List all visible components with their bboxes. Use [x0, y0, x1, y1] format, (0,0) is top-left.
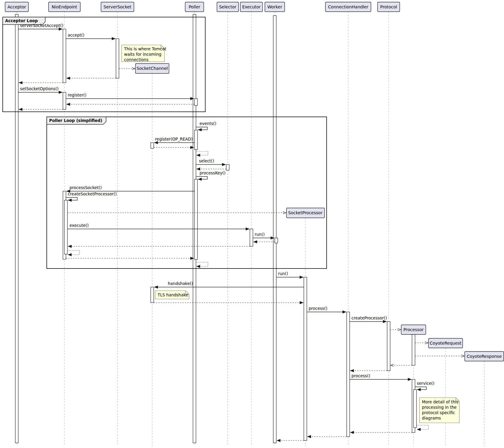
activation-connection-handler [347, 312, 350, 437]
arrow-service-self [415, 387, 426, 390]
participant-processor-label: Processor [403, 327, 424, 332]
frame-acceptor-loop-border [3, 17, 205, 112]
activation-poller-events [194, 130, 197, 150]
activations-long [15, 14, 276, 443]
note-detail-line-1: More detail of this [422, 399, 458, 404]
activation-processor-service [414, 390, 417, 428]
label-register: register() [68, 93, 87, 97]
participant-server-socket-label: ServerSocket [104, 4, 132, 9]
participant-coyote-response-label: CoyoteResponse [467, 354, 502, 359]
messages-worker-processing: run() handshake() process() createProces… [154, 271, 464, 441]
notes: This is where Tomcat waits for incoming … [122, 45, 459, 423]
participants-created: SocketChannel SocketProcessor Processor … [135, 64, 504, 361]
label-events: events() [200, 121, 216, 126]
label-accept: accept() [68, 33, 84, 37]
activation-socket-channel-handshake [151, 287, 154, 303]
label-execute: execute() [70, 223, 89, 228]
participant-nio-endpoint-label: NioEndpoint [52, 4, 77, 9]
participant-acceptor-label: Acceptor [7, 4, 26, 9]
arrow-processor-self-return [417, 425, 428, 429]
participant-coyote-request-label: CoyoteRequest [430, 341, 462, 346]
arrow-nioendpoint-self-return [67, 251, 79, 255]
label-process-socket: processSocket() [70, 185, 102, 190]
activation-worker [273, 16, 276, 443]
label-register-op-read: register(OP_READ) [155, 137, 193, 141]
label-service: service() [417, 381, 434, 386]
activation-poller-processkey [194, 179, 197, 260]
participant-socket-processor-label: SocketProcessor [288, 210, 323, 215]
activation-poller-register [194, 99, 197, 105]
label-set-socket-options: setSocketOptions() [20, 86, 58, 91]
label-create-socket-processor: createSocketProcessor() [68, 191, 117, 196]
sequence-diagram: Acceptor Loop Poller Loop (simplified) s… [0, 0, 504, 448]
label-process-connection: process() [309, 306, 327, 311]
label-create-processor: createProcessor() [351, 316, 387, 320]
note-detail-line-4: diagrams [422, 416, 441, 420]
participant-selector-label: Selector [219, 4, 236, 9]
label-run-socket-processor: run() [278, 271, 288, 276]
frame-acceptor-loop: Acceptor Loop [3, 17, 205, 112]
activation-executor [250, 229, 253, 246]
arrow-processkey-self [196, 177, 207, 179]
participants-top: Acceptor NioEndpoint ServerSocket Poller… [5, 2, 400, 12]
activation-socket-processor [304, 277, 307, 441]
label-server-socket-accept: serverSocketAccept() [20, 23, 63, 28]
participant-poller-label: Poller [189, 4, 200, 9]
arrow-create-socket-processor-self [66, 197, 77, 200]
label-run-worker: run() [255, 232, 265, 237]
label-handshake: handshake() [168, 281, 193, 286]
note-accept-line-3: connections [124, 57, 148, 62]
frame-poller-loop-label: Poller Loop (simplified) [49, 118, 102, 123]
activation-nio-endpoint-createsocketprocessor [64, 200, 67, 254]
note-detail-line-3: protocol specific [422, 410, 455, 415]
participant-socket-channel-label: SocketChannel [137, 66, 168, 71]
arrow-events-self [196, 127, 207, 130]
activation-selector [226, 165, 229, 170]
arrow-poller-self-return-2 [196, 262, 208, 266]
activation-server-socket [116, 39, 119, 78]
activation-nio-endpoint-accept [63, 29, 66, 83]
arrow-poller-self-return-1 [196, 151, 208, 155]
label-process-processor: process() [351, 373, 370, 378]
participant-worker-label: Worker [267, 4, 282, 9]
note-accept-line-1: This is where Tomcat [124, 46, 166, 51]
activation-processor-create [412, 334, 415, 365]
activation-worker-run [275, 238, 278, 243]
activations-short [63, 29, 417, 441]
participant-connection-handler-label: ConnectionHandler [328, 4, 369, 9]
label-processkey: processKey() [200, 171, 226, 175]
activation-protocol [387, 322, 390, 371]
label-select: select() [199, 159, 214, 163]
activation-acceptor [15, 14, 18, 443]
activation-socket-channel-register [151, 143, 154, 148]
activation-nio-endpoint-options [63, 92, 66, 109]
participant-protocol-label: Protocol [380, 4, 397, 9]
note-accept-line-2: waits for incoming [124, 52, 162, 57]
note-detail-line-2: processing in the [422, 405, 457, 410]
participant-executor-label: Executor [242, 4, 261, 9]
sequence-diagram-canvas: Acceptor Loop Poller Loop (simplified) s… [0, 0, 504, 448]
note-tls-line-1: TLS handshake [157, 292, 188, 297]
frame-acceptor-loop-label: Acceptor Loop [5, 18, 38, 23]
